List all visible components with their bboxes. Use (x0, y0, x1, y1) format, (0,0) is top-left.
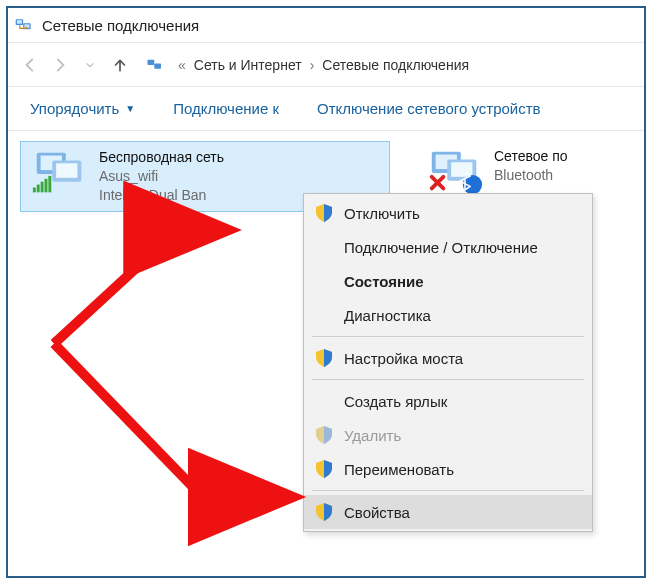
svg-rect-5 (154, 63, 161, 68)
shield-icon (314, 459, 334, 479)
nav-row: « Сеть и Интернет › Сетевые подключения (8, 42, 644, 86)
organize-label: Упорядочить (30, 100, 119, 117)
bluetooth-adapter-icon (424, 147, 486, 195)
connection-bluetooth[interactable]: Сетевое по Bluetooth (416, 141, 646, 201)
breadcrumb-part-1[interactable]: Сеть и Интернет (194, 57, 302, 73)
disable-device-button[interactable]: Отключение сетевого устройств (309, 96, 549, 121)
ctx-label: Диагностика (344, 307, 431, 324)
ctx-label: Переименовать (344, 461, 454, 478)
svg-rect-9 (56, 163, 77, 178)
breadcrumb[interactable]: « Сеть и Интернет › Сетевые подключения (146, 56, 469, 74)
connection-adapter: Intel(R) Dual Ban (99, 186, 224, 205)
chevron-left-icon: « (178, 57, 186, 73)
context-menu: Отключить Подключение / Отключение Состо… (303, 193, 593, 532)
separator (312, 490, 584, 491)
ctx-label: Подключение / Отключение (344, 239, 538, 256)
back-button[interactable] (16, 51, 44, 79)
connection-name: Сетевое по (494, 147, 568, 166)
connection-line2: Bluetooth (494, 166, 568, 185)
svg-rect-12 (41, 182, 44, 193)
ctx-diagnose[interactable]: Диагностика (304, 298, 592, 332)
svg-rect-4 (148, 59, 155, 64)
connection-name: Беспроводная сеть (99, 148, 224, 167)
ctx-create-shortcut[interactable]: Создать ярлык (304, 384, 592, 418)
ctx-disable[interactable]: Отключить (304, 196, 592, 230)
ctx-label: Настройка моста (344, 350, 463, 367)
separator (312, 336, 584, 337)
breadcrumb-part-2[interactable]: Сетевые подключения (322, 57, 469, 73)
shield-icon (314, 502, 334, 522)
ctx-label: Удалить (344, 427, 401, 444)
shield-icon (314, 348, 334, 368)
connect-to-button[interactable]: Подключение к (165, 96, 287, 121)
shield-icon (314, 425, 334, 445)
ctx-status[interactable]: Состояние (304, 264, 592, 298)
content-area: Беспроводная сеть Asus_wifi Intel(R) Dua… (8, 130, 644, 576)
up-button[interactable] (106, 51, 134, 79)
toolbar: Упорядочить ▼ Подключение к Отключение с… (8, 86, 644, 130)
chevron-right-icon: › (310, 57, 315, 73)
chevron-down-icon: ▼ (125, 103, 135, 114)
svg-rect-14 (48, 176, 51, 192)
svg-rect-1 (17, 20, 22, 24)
ctx-delete: Удалить (304, 418, 592, 452)
ctx-label: Создать ярлык (344, 393, 447, 410)
network-connections-icon (14, 15, 34, 35)
ctx-properties[interactable]: Свойства (304, 495, 592, 529)
ctx-bridge[interactable]: Настройка моста (304, 341, 592, 375)
window-title: Сетевые подключения (42, 17, 199, 34)
separator (312, 379, 584, 380)
breadcrumb-icon (146, 56, 164, 74)
svg-rect-10 (33, 188, 36, 193)
connect-to-label: Подключение к (173, 100, 279, 117)
title-bar: Сетевые подключения (8, 8, 644, 42)
ctx-label: Отключить (344, 205, 420, 222)
shield-icon (314, 203, 334, 223)
ctx-label: Свойства (344, 504, 410, 521)
ctx-toggle-connection[interactable]: Подключение / Отключение (304, 230, 592, 264)
recent-dropdown[interactable] (76, 51, 104, 79)
ctx-label: Состояние (344, 273, 424, 290)
svg-rect-13 (45, 179, 48, 193)
forward-button[interactable] (46, 51, 74, 79)
wifi-adapter-icon (29, 148, 91, 196)
disable-device-label: Отключение сетевого устройств (317, 100, 541, 117)
organize-button[interactable]: Упорядочить ▼ (22, 96, 143, 121)
ctx-rename[interactable]: Переименовать (304, 452, 592, 486)
svg-rect-11 (37, 185, 40, 193)
connection-ssid: Asus_wifi (99, 167, 224, 186)
